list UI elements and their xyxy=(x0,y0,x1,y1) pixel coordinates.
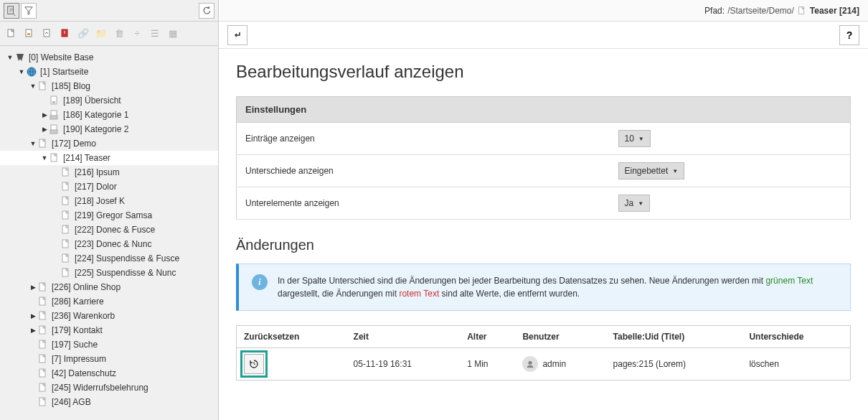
revert-button[interactable] xyxy=(244,354,264,374)
page-tree[interactable]: ▼[0] Website Base▼[1] Startseite▼[185] B… xyxy=(0,46,218,420)
page-icon xyxy=(49,152,60,164)
link-icon[interactable]: 🔗 xyxy=(76,27,90,41)
page-icon xyxy=(37,80,49,92)
tree-label: [219] Gregor Samsa xyxy=(75,210,152,220)
settings-row: Einträge anzeigen10▼ xyxy=(237,123,851,155)
grid-icon[interactable]: ▦ xyxy=(166,27,180,41)
tree-node[interactable]: ▼[0] Website Base xyxy=(0,50,218,65)
filter-tree-button[interactable] xyxy=(21,3,37,19)
tree-node[interactable]: [223] Donec & Nunc xyxy=(0,237,218,251)
info-text-2: dargestellt, die Änderungen mit xyxy=(278,289,399,299)
tree-node[interactable]: [7] Impressum xyxy=(0,352,218,366)
divide-icon[interactable]: ÷ xyxy=(130,27,144,41)
refresh-tree-button[interactable] xyxy=(199,3,214,19)
user-avatar-icon xyxy=(522,356,538,372)
tree-node[interactable]: [197] Suche xyxy=(0,337,218,352)
tree-node[interactable]: [224] Suspendisse & Fusce xyxy=(0,251,218,266)
tree-node[interactable]: [217] Dolor xyxy=(0,179,218,194)
tree-node[interactable]: [225] Suspendisse & Nunc xyxy=(0,266,218,280)
changes-heading: Änderungen xyxy=(236,237,851,253)
tree-node[interactable]: [218] Josef K xyxy=(0,194,218,208)
tree-toggle-icon[interactable]: ▶ xyxy=(29,327,37,334)
tree-toggle-icon[interactable]: ▼ xyxy=(29,83,37,90)
tree-toggle-icon[interactable]: ▼ xyxy=(40,154,49,162)
page-icon xyxy=(60,224,72,235)
new-page-drag-button[interactable] xyxy=(4,3,19,19)
tree-label: [223] Donec & Nunc xyxy=(75,239,151,249)
setting-dropdown[interactable]: Ja▼ xyxy=(618,195,651,212)
tree-label: [7] Impressum xyxy=(52,354,106,364)
tree-node[interactable]: ▶[186] Kategorie 1 xyxy=(0,108,218,122)
tree-toggle-icon[interactable]: ▼ xyxy=(6,54,14,61)
tree-node[interactable]: ▼[214] Teaser xyxy=(0,151,218,165)
svg-rect-3 xyxy=(27,33,30,35)
tree-toggle-icon[interactable]: ▶ xyxy=(29,312,37,319)
settings-row: Unterelemente anzeigenJa▼ xyxy=(237,187,851,220)
page-icon xyxy=(60,195,72,207)
tree-label: [189] Übersicht xyxy=(63,95,121,106)
tree-node[interactable]: ▼[1] Startseite xyxy=(0,65,218,79)
tree-label: [1] Startseite xyxy=(40,67,88,77)
change-user: admin xyxy=(542,359,566,369)
setting-dropdown[interactable]: Eingebettet▼ xyxy=(618,162,685,179)
setting-dropdown[interactable]: 10▼ xyxy=(618,130,651,147)
page-shortcut-icon[interactable] xyxy=(40,27,55,41)
new-page-icon xyxy=(6,6,16,16)
info-red: rotem Text xyxy=(399,289,439,299)
tree-toggle-icon[interactable]: ▼ xyxy=(17,68,26,75)
tree-node[interactable]: [246] AGB xyxy=(0,395,218,409)
folder-icon[interactable]: 📁 xyxy=(94,27,108,41)
info-text-3: sind alte Werte, die entfernt wurden. xyxy=(442,289,580,299)
tree-node[interactable]: ▶[179] Kontakt xyxy=(0,323,218,337)
col-time: Zeit xyxy=(346,326,461,348)
tree-node[interactable]: [216] Ipsum xyxy=(0,165,218,179)
tree-node[interactable]: [245] Widerrufsbelehrung xyxy=(0,381,218,395)
tree-node[interactable]: [189] Übersicht xyxy=(0,93,218,108)
setting-label: Unterelemente anzeigen xyxy=(237,187,610,220)
content-icon xyxy=(49,95,60,106)
tree-node[interactable]: [286] Karriere xyxy=(0,294,218,309)
page-tree-sidebar: 🔗 📁 🗑 ÷ ☰ ▦ ▼[0] Website Base▼[1] Starts… xyxy=(0,0,219,420)
setting-value: 10 xyxy=(625,134,634,144)
tree-label: [179] Kontakt xyxy=(52,325,103,335)
col-diff: Unterschiede xyxy=(742,326,850,348)
path-page-uid: [214] xyxy=(839,6,859,16)
page-icon xyxy=(37,138,49,149)
svg-rect-11 xyxy=(50,116,57,119)
tree-node[interactable]: ▶[236] Warenkorb xyxy=(0,309,218,323)
tree-toggle-icon[interactable]: ▶ xyxy=(40,126,49,133)
trash-icon[interactable]: 🗑 xyxy=(112,27,126,41)
tree-node[interactable]: [222] Donec & Fusce xyxy=(0,223,218,237)
page-icon xyxy=(37,353,49,365)
caret-down-icon: ▼ xyxy=(638,200,643,207)
page-lock-icon[interactable] xyxy=(22,27,37,41)
tree-label: [172] Demo xyxy=(52,139,96,149)
back-button[interactable] xyxy=(227,25,247,45)
tree-node[interactable]: [42] Datenschutz xyxy=(0,366,218,381)
settings-header: Einstellungen xyxy=(237,97,851,123)
tree-toggle-icon[interactable]: ▼ xyxy=(29,140,37,147)
svg-rect-9 xyxy=(52,101,55,103)
tree-node[interactable]: ▼[172] Demo xyxy=(0,136,218,151)
help-button[interactable]: ? xyxy=(839,25,859,45)
caret-down-icon: ▼ xyxy=(672,168,678,174)
tree-node[interactable]: ▶[226] Online Shop xyxy=(0,280,218,294)
info-green: grünem Text xyxy=(765,276,813,286)
tree-toggle-icon[interactable]: ▶ xyxy=(29,284,37,291)
page-delete-icon[interactable] xyxy=(58,27,72,41)
list-icon[interactable]: ☰ xyxy=(148,27,162,41)
tree-node[interactable]: ▶[190] Kategorie 2 xyxy=(0,122,218,136)
change-diff: löschen xyxy=(742,348,850,381)
changes-table: Zurücksetzen Zeit Alter Benutzer Tabelle… xyxy=(236,325,851,381)
tree-node[interactable]: ▼[185] Blog xyxy=(0,79,218,93)
tree-toggle-icon[interactable]: ▶ xyxy=(40,111,49,118)
new-page-icon[interactable] xyxy=(4,27,19,41)
page-icon xyxy=(60,267,72,279)
content-area: Pfad: /Startseite/Demo/ Teaser [214] ? B… xyxy=(219,0,868,420)
path-bar: Pfad: /Startseite/Demo/ Teaser [214] xyxy=(219,0,868,22)
setting-label: Einträge anzeigen xyxy=(237,123,610,155)
filter-icon xyxy=(24,6,34,16)
history-icon xyxy=(248,358,260,370)
page-icon xyxy=(37,382,49,393)
tree-node[interactable]: [219] Gregor Samsa xyxy=(0,208,218,223)
